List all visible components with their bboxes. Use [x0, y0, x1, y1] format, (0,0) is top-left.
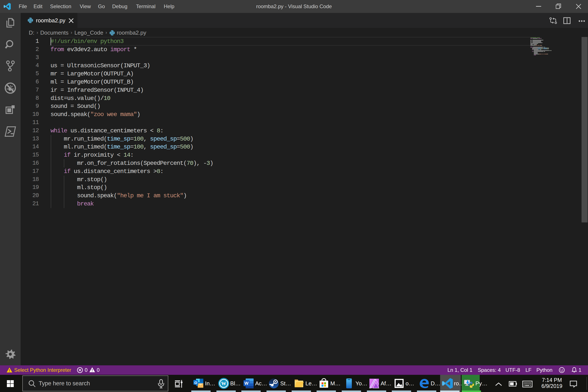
svg-text:W: W: [221, 380, 226, 386]
svg-text:O: O: [194, 381, 197, 385]
svg-text:W: W: [244, 381, 249, 386]
